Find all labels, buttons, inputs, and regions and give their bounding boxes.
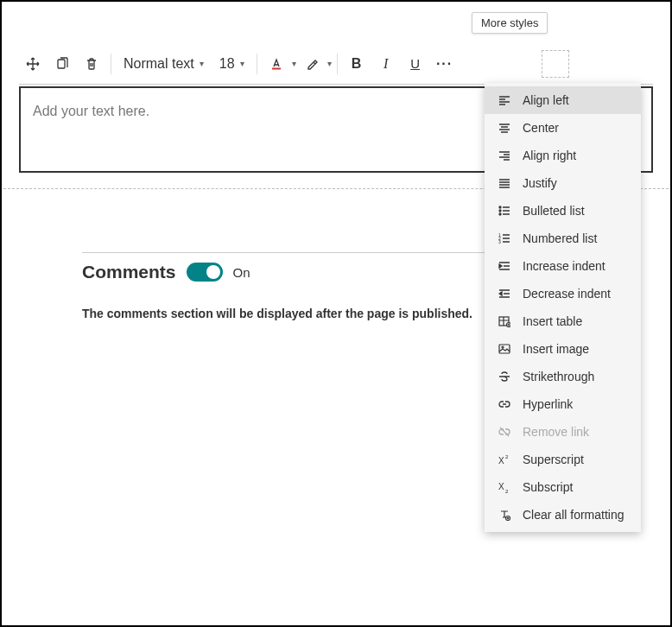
- svg-text:X: X: [498, 456, 504, 466]
- increase-indent-icon: [497, 260, 512, 272]
- divider: [257, 54, 257, 74]
- align-left-icon: [497, 94, 512, 106]
- more-styles-menu: Align left Center Align right Justify Bu…: [485, 83, 641, 532]
- svg-rect-10: [499, 345, 510, 353]
- menu-subscript[interactable]: X2Subscript: [485, 473, 641, 501]
- svg-text:2: 2: [505, 489, 509, 493]
- menu-center[interactable]: Center: [485, 114, 641, 142]
- chevron-down-icon: ▾: [240, 59, 244, 68]
- menu-clear-formatting[interactable]: Clear all formatting: [485, 501, 641, 529]
- bold-button[interactable]: B: [343, 50, 371, 78]
- align-center-icon: [497, 122, 512, 134]
- align-right-icon: [497, 149, 512, 162]
- font-color-button[interactable]: [263, 50, 290, 78]
- decrease-indent-icon: [497, 288, 512, 300]
- menu-superscript[interactable]: X2Superscript: [485, 446, 641, 473]
- menu-decrease-indent[interactable]: Decrease indent: [485, 280, 641, 307]
- unlink-icon: [497, 426, 512, 438]
- subscript-icon: X2: [497, 481, 512, 493]
- move-button[interactable]: [19, 50, 47, 78]
- italic-button[interactable]: I: [372, 50, 400, 78]
- divider: [337, 54, 338, 74]
- comments-toggle[interactable]: [187, 263, 223, 282]
- chevron-down-icon[interactable]: ▾: [327, 59, 332, 68]
- image-icon: [497, 343, 512, 355]
- underline-button[interactable]: U: [402, 50, 429, 78]
- justify-icon: [497, 177, 512, 189]
- svg-text:3: 3: [498, 239, 501, 244]
- font-size-select[interactable]: 18▾: [212, 56, 251, 72]
- menu-remove-link: Remove link: [485, 418, 641, 446]
- chevron-down-icon: ▾: [200, 59, 204, 68]
- link-icon: [497, 398, 512, 410]
- bulleted-list-icon: [497, 205, 512, 217]
- more-styles-tooltip: More styles: [472, 12, 548, 34]
- menu-justify[interactable]: Justify: [485, 169, 641, 197]
- menu-insert-image[interactable]: Insert image: [485, 335, 641, 363]
- comments-toggle-label: On: [233, 265, 250, 280]
- menu-increase-indent[interactable]: Increase indent: [485, 252, 641, 280]
- menu-numbered-list[interactable]: 123Numbered list: [485, 225, 641, 252]
- svg-point-2: [499, 206, 501, 208]
- section-boundary: [542, 50, 569, 78]
- svg-text:2: 2: [505, 454, 509, 459]
- menu-insert-table[interactable]: Insert table: [485, 307, 641, 335]
- menu-align-right[interactable]: Align right: [485, 142, 641, 169]
- comments-title: Comments: [82, 262, 176, 282]
- highlight-button[interactable]: [298, 50, 326, 78]
- divider: [111, 54, 111, 74]
- superscript-icon: X2: [497, 453, 512, 466]
- menu-bulleted-list[interactable]: Bulleted list: [485, 197, 641, 225]
- strikethrough-icon: [497, 370, 512, 383]
- table-icon: [497, 315, 512, 327]
- numbered-list-icon: 123: [497, 232, 512, 244]
- delete-button[interactable]: [78, 50, 105, 78]
- chevron-down-icon[interactable]: ▾: [292, 59, 296, 68]
- menu-hyperlink[interactable]: Hyperlink: [485, 390, 641, 418]
- svg-point-4: [499, 213, 501, 215]
- svg-rect-0: [58, 60, 65, 68]
- clear-format-icon: [497, 509, 512, 521]
- svg-point-3: [499, 210, 501, 212]
- paragraph-style-select[interactable]: Normal text▾: [117, 56, 211, 72]
- more-styles-button[interactable]: ···: [431, 50, 459, 78]
- svg-rect-1: [272, 67, 281, 69]
- menu-align-left[interactable]: Align left: [485, 86, 641, 114]
- svg-text:X: X: [498, 482, 504, 491]
- svg-point-11: [502, 346, 504, 348]
- menu-strikethrough[interactable]: Strikethrough: [485, 363, 641, 390]
- copy-button[interactable]: [48, 50, 76, 78]
